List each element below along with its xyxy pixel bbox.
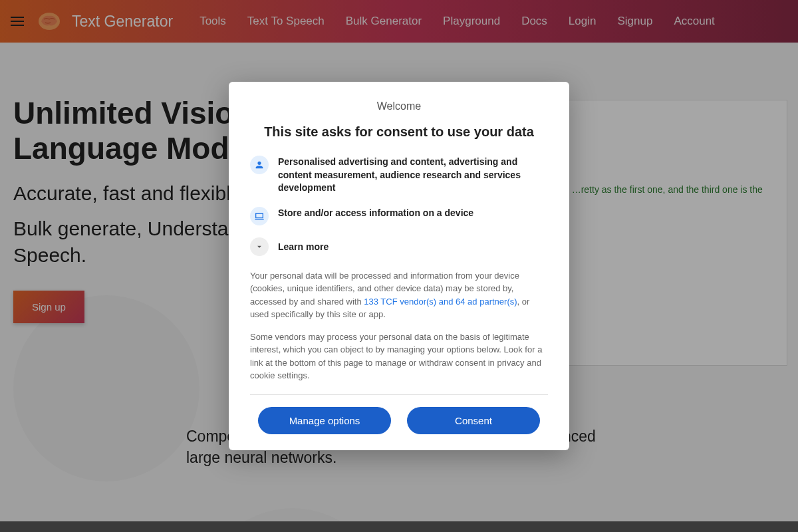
purpose-row-2: Store and/or access information on a dev… [250, 207, 548, 225]
modal-buttons: Manage options Consent [250, 407, 548, 434]
modal-welcome: Welcome [250, 100, 548, 112]
modal-title: This site asks for consent to use your d… [250, 124, 548, 140]
learn-more-row[interactable]: Learn more [250, 237, 548, 256]
divider [250, 394, 548, 395]
learn-more-label: Learn more [278, 241, 329, 252]
consent-overlay: Welcome This site asks for consent to us… [0, 0, 798, 532]
device-icon [250, 207, 269, 225]
person-icon [250, 156, 269, 174]
chevron-down-icon [250, 237, 269, 256]
purpose-row-1: Personalised advertising and content, ad… [250, 156, 548, 195]
vendor-link[interactable]: 133 TCF vendor(s) and 64 ad partner(s) [364, 297, 517, 307]
consent-modal: Welcome This site asks for consent to us… [229, 82, 569, 450]
manage-options-button[interactable]: Manage options [258, 407, 391, 434]
consent-button[interactable]: Consent [407, 407, 540, 434]
purpose-1-text: Personalised advertising and content, ad… [278, 156, 548, 195]
legal-text-2: Some vendors may process your personal d… [250, 331, 548, 382]
legal-text-1: Your personal data will be processed and… [250, 269, 548, 321]
purpose-2-text: Store and/or access information on a dev… [278, 207, 473, 220]
